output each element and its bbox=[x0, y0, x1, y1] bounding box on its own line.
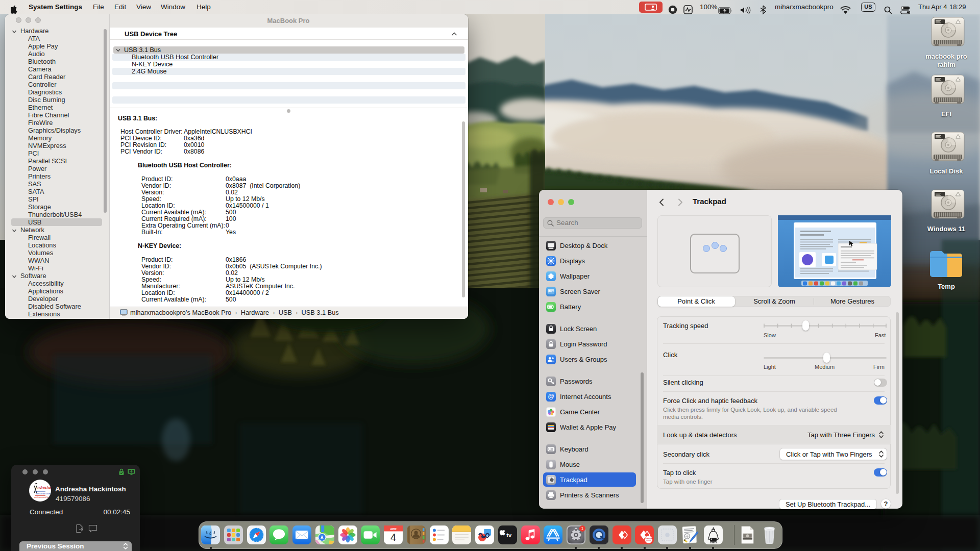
svg-text:with Processional Service & tr: with Processional Service & trust bbox=[34, 496, 51, 498]
svg-text:4: 4 bbox=[390, 532, 396, 543]
svg-text:1: 1 bbox=[581, 526, 584, 531]
svg-text:Andresha: Andresha bbox=[35, 486, 51, 489]
svg-text:tv: tv bbox=[506, 532, 512, 538]
svg-text:Service We Do Anthemgsfe: Service We Do Anthemgsfe bbox=[36, 493, 51, 495]
svg-text:Andresha: Andresha bbox=[644, 537, 654, 540]
svg-text:APR: APR bbox=[390, 528, 397, 531]
